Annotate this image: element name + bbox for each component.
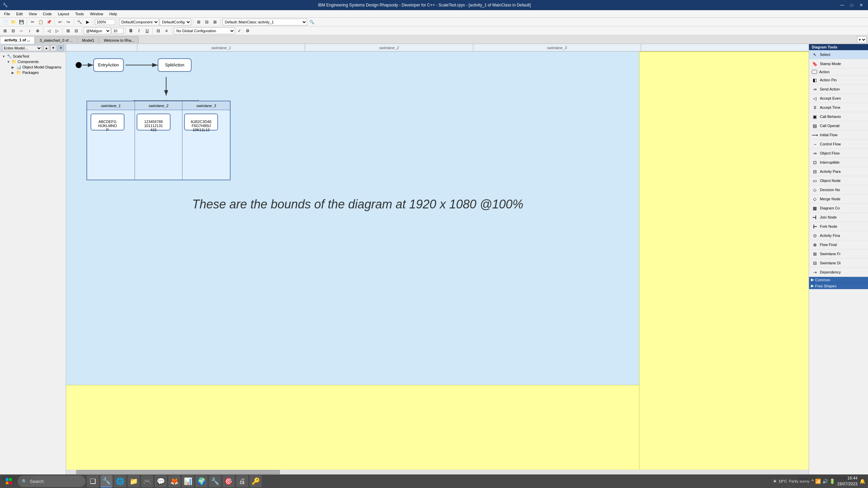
teams-taskbar-app[interactable]: 💬: [155, 475, 167, 487]
extras2-taskbar-app[interactable]: 🖨: [236, 475, 248, 487]
menu-layout[interactable]: Layout: [55, 11, 72, 17]
menu-window[interactable]: Window: [87, 11, 106, 17]
start-button[interactable]: [3, 475, 15, 487]
tb2-bold[interactable]: B: [127, 27, 135, 35]
tray-expand-icon[interactable]: ^: [811, 479, 814, 484]
tool-object-node[interactable]: ▭ Object Node: [809, 176, 868, 185]
tb2-config-apply[interactable]: ✓: [236, 27, 243, 35]
tb2-4[interactable]: ↕: [26, 27, 33, 35]
tb2-config-settings[interactable]: ⚙: [244, 27, 251, 35]
tb2-underline[interactable]: U: [143, 27, 151, 35]
tool-flow-final[interactable]: ⊗ Flow Final: [809, 240, 868, 249]
tool-accept-event[interactable]: ◁ Accept Even: [809, 94, 868, 103]
tb2-italic[interactable]: I: [135, 27, 143, 35]
close-button[interactable]: ✕: [857, 2, 865, 8]
battery-icon[interactable]: 🔋: [829, 479, 835, 484]
tb2-2[interactable]: ⊟: [9, 27, 17, 35]
tb2-7[interactable]: ▷: [53, 27, 61, 35]
tree-item-packages[interactable]: ▶ 📁 Packages: [11, 70, 64, 75]
tree-expand-down[interactable]: ▼: [50, 45, 56, 51]
taskview-button[interactable]: ❑: [87, 475, 99, 487]
tb-diag1[interactable]: ⊞: [195, 18, 202, 26]
tab-statechart[interactable]: 3_statechart_0 of ...: [35, 36, 77, 44]
tool-control-flow[interactable]: → Control Flow: [809, 140, 868, 149]
tool-activity-fina[interactable]: ⊙ Activity Fina: [809, 231, 868, 240]
volume-icon[interactable]: 🔊: [822, 479, 828, 484]
tb-diagram-nav[interactable]: 🔍: [308, 18, 315, 26]
tb-diag3[interactable]: ⊞: [211, 18, 219, 26]
maximize-button[interactable]: □: [848, 2, 856, 8]
tb2-5[interactable]: ⊕: [34, 27, 41, 35]
tb-open[interactable]: 📁: [9, 18, 17, 26]
tool-action-pin[interactable]: ◧ Action Pin: [809, 76, 868, 85]
tree-item-scaletest[interactable]: ▼ 🔧 ScaleTest: [1, 54, 64, 59]
tool-activity-para[interactable]: ⊟ Activity Para: [809, 167, 868, 176]
tb-run[interactable]: ▶: [84, 18, 91, 26]
tool-stamp-mode[interactable]: 🔖 Stamp Mode: [809, 59, 868, 68]
menu-view[interactable]: View: [26, 11, 40, 17]
tb-diag2[interactable]: ⊟: [203, 18, 211, 26]
diagram-path-dropdown[interactable]: Default::MainClass::activity_1: [222, 19, 307, 25]
tool-join-node[interactable]: ━┫ Join Node: [809, 213, 868, 222]
firefox-taskbar-app[interactable]: 🦊: [168, 475, 180, 487]
minimize-button[interactable]: —: [838, 2, 846, 8]
tab-dropdown[interactable]: ▾: [857, 36, 867, 43]
tool-send-action[interactable]: ⇒ Send Action: [809, 85, 868, 94]
tb-copy[interactable]: 📋: [37, 18, 44, 26]
tool-interruptible[interactable]: ⊡ Interruptible: [809, 158, 868, 167]
tb-new[interactable]: 📄: [1, 18, 9, 26]
tool-swimlane-di[interactable]: ⊟ Swimlane Di: [809, 259, 868, 268]
panel-close-btn[interactable]: ✕: [58, 45, 64, 51]
tool-swimlane-fr[interactable]: ⊞ Swimlane Fr: [809, 249, 868, 259]
explorer-taskbar-app[interactable]: 🌐: [114, 475, 126, 487]
menu-tools[interactable]: Tools: [73, 11, 87, 17]
tree-item-omd[interactable]: ▶ 📊 Object Model Diagrams: [11, 64, 64, 70]
extras1-taskbar-app[interactable]: 🎯: [222, 475, 235, 487]
menu-code[interactable]: Code: [40, 11, 54, 17]
common-section-toggle[interactable]: ▶ Common: [809, 277, 868, 283]
tb2-1[interactable]: ⊞: [1, 27, 9, 35]
tool-dependency[interactable]: ⇢ Dependency: [809, 268, 868, 277]
network-icon[interactable]: 📶: [815, 479, 821, 484]
notification-button[interactable]: 🔔: [860, 479, 865, 484]
tool-select[interactable]: ↖ Select: [809, 50, 868, 59]
settings-taskbar-app[interactable]: 🔧: [209, 475, 221, 487]
extras3-taskbar-app[interactable]: 🔑: [250, 475, 262, 487]
tb2-9[interactable]: ⊟: [73, 27, 80, 35]
tool-fork-node[interactable]: ┣━ Fork Node: [809, 222, 868, 231]
zoom-input[interactable]: 100%: [95, 19, 115, 25]
tb2-8[interactable]: ⊞: [64, 27, 72, 35]
scroll-thumb[interactable]: [76, 470, 280, 474]
tab-model1[interactable]: Model1: [78, 36, 99, 44]
tb-redo[interactable]: ↪: [64, 18, 72, 26]
tool-initial-flow[interactable]: ⟿ Initial Flow: [809, 130, 868, 140]
menu-edit[interactable]: Edit: [14, 11, 25, 17]
excel-taskbar-app[interactable]: 📊: [182, 475, 194, 487]
tool-call-operation[interactable]: ▤ Call Operati: [809, 121, 868, 130]
chrome-taskbar-app[interactable]: 🌍: [195, 475, 208, 487]
swimlane-container[interactable]: swimlane_1 swimlane_2 swimlane_3 ABCDEFG…: [86, 101, 231, 180]
tb2-3[interactable]: ↔: [18, 27, 25, 35]
tb2-align-c[interactable]: ≡: [163, 27, 170, 35]
tab-activity1[interactable]: activity_1 of ...: [0, 36, 35, 44]
free-shapes-section-toggle[interactable]: ▶ Free Shapes: [809, 283, 868, 289]
menu-help[interactable]: Help: [107, 11, 120, 17]
diagram-content[interactable]: EntryAction SplitAction swimlane_1 swiml…: [66, 52, 809, 470]
lane1-node[interactable]: ABCDEFG HIJKLMNO P: [91, 114, 124, 130]
font-size-input[interactable]: 10: [112, 28, 123, 34]
canvas-area[interactable]: swimlane_1 swimlane_2 swimlane_3: [66, 44, 809, 474]
games-taskbar-app[interactable]: 🎮: [141, 475, 153, 487]
tb-paste[interactable]: 📌: [45, 18, 53, 26]
menu-file[interactable]: File: [1, 11, 13, 17]
component-dropdown[interactable]: DefaultComponent: [119, 19, 159, 25]
tool-accept-time[interactable]: ⧖ Accept Time: [809, 103, 868, 112]
tool-object-flow[interactable]: ⇒ Object Flow: [809, 149, 868, 158]
canvas-scrollbar[interactable]: [66, 470, 809, 474]
config-dropdown[interactable]: DefaultConfig: [160, 19, 191, 25]
split-action-node[interactable]: SplitAction: [158, 58, 192, 72]
font-family-dropdown[interactable]: @Malgun: [84, 27, 111, 34]
entry-action-node[interactable]: EntryAction: [93, 58, 124, 72]
folder-taskbar-app[interactable]: 📁: [127, 475, 140, 487]
tb2-6[interactable]: ◁: [45, 27, 53, 35]
global-config-dropdown[interactable]: No Global Configuration: [174, 27, 235, 34]
